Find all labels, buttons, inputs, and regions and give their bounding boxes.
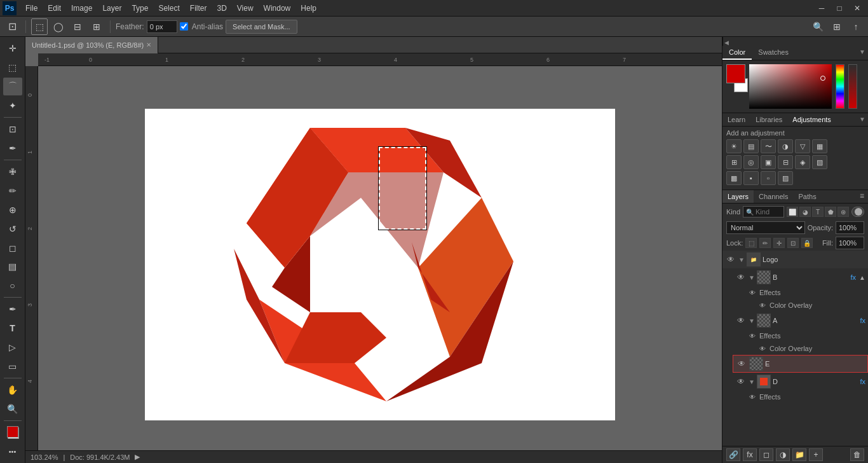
layers-panel-options[interactable]: ≡ — [856, 190, 868, 203]
layer-fx-b[interactable]: fx — [851, 273, 857, 281]
tab-swatches[interactable]: Swatches — [752, 46, 795, 60]
new-group-btn[interactable]: 📁 — [792, 448, 806, 461]
layer-a-effects-row[interactable]: 👁 Effects — [748, 329, 868, 342]
tab-layers[interactable]: Layers — [722, 190, 754, 203]
layer-eye-a[interactable]: 👁 — [735, 315, 747, 326]
shape-tool[interactable]: ▭ — [3, 357, 22, 375]
menu-file[interactable]: File — [20, 3, 43, 14]
lock-transparency[interactable]: ⬚ — [745, 238, 757, 248]
tab-learn[interactable]: Learn — [722, 113, 750, 126]
adj-panel-collapse[interactable]: ▼ — [857, 113, 868, 125]
posterize-adj[interactable]: ▩ — [726, 171, 742, 185]
bw-adj[interactable]: ◎ — [743, 155, 759, 169]
history-brush[interactable]: ↺ — [3, 220, 22, 238]
tab-adjustments[interactable]: Adjustments — [787, 113, 836, 126]
zoom-tool[interactable]: 🔍 — [3, 400, 22, 418]
gradient-map-adj[interactable]: ▫ — [761, 171, 776, 185]
lock-all[interactable]: 🔒 — [801, 238, 813, 248]
path-select-tool[interactable]: ▷ — [3, 338, 22, 356]
eyedropper-tool[interactable]: ✒ — [3, 139, 22, 157]
layer-b-effects-row[interactable]: 👁 Effects — [748, 286, 868, 299]
eraser-tool[interactable]: ◻ — [3, 239, 22, 257]
filter-adjust[interactable]: ◕ — [799, 207, 811, 217]
exposure-adj[interactable]: ◑ — [778, 139, 793, 153]
layer-eye-logo[interactable]: 👁 — [725, 254, 736, 265]
status-arrow[interactable]: ▶ — [135, 453, 140, 461]
canvas-background[interactable] — [38, 66, 722, 463]
workspace-btn[interactable]: ⊞ — [829, 18, 845, 35]
layer-fx-d[interactable]: fx — [860, 378, 865, 385]
alpha-slider[interactable] — [848, 64, 857, 109]
color-panel-collapse[interactable]: ▼ — [857, 46, 868, 57]
select-and-mask-btn[interactable]: Select and Mask... — [226, 20, 297, 34]
panel-collapse-strip[interactable]: ◀ — [722, 37, 730, 46]
filter-shape[interactable]: ⬟ — [825, 207, 836, 217]
tool-preset-btn[interactable]: ⊡ — [4, 18, 20, 35]
filter-smart[interactable]: ⊛ — [837, 207, 849, 217]
add-mask-btn[interactable]: ◻ — [759, 448, 773, 461]
menu-help[interactable]: Help — [295, 3, 322, 14]
layer-expand-b[interactable]: ▼ — [749, 274, 755, 281]
color-lookup-adj[interactable]: ◈ — [795, 155, 810, 169]
color-swatch-area[interactable] — [3, 424, 22, 441]
layer-group-logo[interactable]: 👁 ▼ 📁 Logo — [722, 251, 868, 268]
link-layers-btn[interactable]: 🔗 — [726, 448, 740, 461]
antialias-checkbox[interactable] — [180, 22, 188, 31]
stamp-tool[interactable]: ⊕ — [3, 201, 22, 219]
threshold-adj[interactable]: ▪ — [743, 171, 759, 185]
more-tools-btn[interactable]: ••• — [3, 443, 22, 460]
filter-type[interactable]: T — [812, 207, 824, 217]
eye-a-effects[interactable]: 👁 — [748, 331, 757, 340]
layer-expand-d[interactable]: ▼ — [749, 378, 755, 385]
hue-slider[interactable] — [836, 64, 844, 109]
minimize-btn[interactable]: ─ — [813, 0, 830, 17]
brightness-adj[interactable]: ☀ — [726, 139, 742, 153]
crop-tool[interactable]: ⊡ — [3, 120, 22, 138]
curves-adj[interactable]: 〜 — [761, 139, 776, 153]
layer-d-effects-row[interactable]: 👁 Effects — [733, 390, 868, 403]
lasso-tool[interactable]: ⌒ — [3, 78, 22, 95]
magic-wand-tool[interactable]: ✦ — [3, 97, 22, 114]
selective-color-adj[interactable]: ▨ — [778, 171, 793, 185]
tab-libraries[interactable]: Libraries — [750, 113, 787, 126]
ellipse-marquee-btn[interactable]: ◯ — [50, 18, 67, 35]
cb-adj[interactable]: ⊞ — [726, 155, 742, 169]
tab-close-btn[interactable]: ✕ — [146, 41, 151, 48]
levels-adj[interactable]: ▤ — [743, 139, 759, 153]
menu-window[interactable]: Window — [259, 3, 296, 14]
layer-search[interactable]: 🔍 — [743, 206, 784, 218]
gradient-tool[interactable]: ▤ — [3, 258, 22, 275]
lock-position[interactable]: ✛ — [773, 238, 785, 248]
document-tab[interactable]: Untitled-1.psd @ 103% (E, RGB/8#) ✕ — [25, 37, 158, 53]
layer-eye-e[interactable]: 👁 — [736, 358, 747, 370]
menu-image[interactable]: Image — [66, 3, 97, 14]
filter-pixel[interactable]: ⬜ — [787, 207, 798, 217]
layer-scroll-b[interactable]: ▲ — [859, 274, 865, 281]
layer-eye-b[interactable]: 👁 — [735, 272, 747, 283]
layer-row-d[interactable]: 👁 ▼ D fx — [733, 373, 868, 390]
pen-tool[interactable]: ✒ — [3, 300, 22, 318]
hsl-adj[interactable]: ▦ — [812, 139, 827, 153]
photo-filter-adj[interactable]: ▣ — [761, 155, 776, 169]
healing-tool[interactable]: ✙ — [3, 163, 22, 181]
rect-marquee-btn[interactable]: ⬚ — [31, 18, 48, 35]
invert-adj[interactable]: ▧ — [812, 155, 827, 169]
type-tool[interactable]: T — [3, 319, 22, 337]
eye-b-overlay[interactable]: 👁 — [758, 301, 767, 310]
marquee-tool[interactable]: ⬚ — [3, 59, 22, 76]
canvas[interactable] — [145, 109, 615, 420]
layer-row-b[interactable]: 👁 ▼ B fx ▲ — [733, 268, 868, 286]
tab-channels[interactable]: Channels — [754, 190, 793, 203]
layer-b-color-overlay-row[interactable]: 👁 Color Overlay — [748, 299, 868, 312]
color-gradient-picker[interactable] — [749, 64, 832, 109]
add-style-btn[interactable]: fx — [743, 448, 757, 461]
feather-input[interactable] — [147, 20, 177, 33]
menu-layer[interactable]: Layer — [97, 3, 126, 14]
menu-view[interactable]: View — [232, 3, 259, 14]
layer-expand-a[interactable]: ▼ — [749, 317, 755, 324]
lock-paint[interactable]: ✏ — [759, 238, 771, 248]
tab-paths[interactable]: Paths — [794, 190, 822, 203]
tab-color[interactable]: Color — [722, 46, 752, 60]
menu-filter[interactable]: Filter — [185, 3, 212, 14]
layer-row-a[interactable]: 👁 ▼ A fx — [733, 312, 868, 329]
